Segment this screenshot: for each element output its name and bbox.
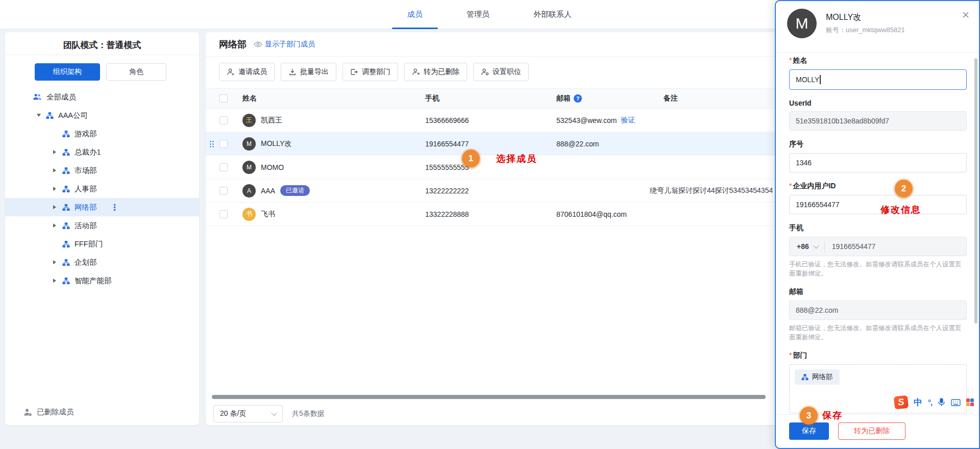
tab-members[interactable]: 成员 — [392, 0, 438, 29]
batch-export-button[interactable]: 批量导出 — [281, 63, 336, 81]
tree-item-label: 总裁办1 — [75, 147, 101, 157]
org-sidebar: 团队模式：普通模式 组织架构 角色 全部成员 AAA公司 游戏部 总裁办1 市场… — [5, 32, 199, 425]
tree-item-dept[interactable]: 企划部 — [5, 253, 199, 271]
caret-down-icon[interactable] — [37, 114, 46, 117]
department-tag[interactable]: 网络部 — [795, 369, 840, 385]
org-icon — [801, 373, 808, 381]
caret-right-icon[interactable] — [53, 187, 62, 191]
tab-admins[interactable]: 管理员 — [451, 0, 505, 29]
member-email: 532543@wew.com — [556, 116, 617, 124]
button-label: 转为已删除 — [424, 67, 459, 77]
tree-item-dept[interactable]: FFF部门 — [5, 235, 199, 253]
member-account: 账号：user_mktqww85821 — [826, 26, 905, 35]
member-name: AAA — [261, 187, 275, 195]
table-row[interactable]: MMOMO 15555555555 — [206, 156, 777, 179]
tab-external-contacts[interactable]: 外部联系人 — [518, 0, 587, 29]
tree-item-dept[interactable]: 人事部 — [5, 180, 199, 198]
adjust-department-button[interactable]: 调整部门 — [342, 63, 398, 81]
invite-member-button[interactable]: 邀请成员 — [219, 63, 275, 81]
move-to-deleted-button[interactable]: 转为已删除 — [404, 63, 467, 81]
org-icon — [62, 130, 70, 138]
member-name: MOLLY改 — [826, 12, 861, 23]
phone-label: 手机 — [789, 223, 967, 233]
seq-input[interactable]: 1346 — [789, 153, 967, 172]
caret-right-icon[interactable] — [53, 260, 62, 264]
show-sub-dept-label: 显示子部门成员 — [265, 40, 315, 49]
roles-button[interactable]: 角色 — [106, 63, 166, 81]
tab-label: 管理员 — [467, 10, 489, 19]
tree-item-dept[interactable]: 智能产能部 — [5, 271, 199, 290]
row-checkbox[interactable] — [219, 187, 228, 195]
total-count: 共5条数据 — [292, 409, 325, 418]
page-size-value: 20 条/页 — [220, 409, 246, 418]
tree-item-dept-network-selected[interactable]: 网络部 ⋮ — [5, 198, 199, 216]
table-row-selected[interactable]: MMOLLY改 19166554477 888@22.com — [206, 132, 777, 156]
row-checkbox[interactable] — [219, 116, 228, 124]
row-checkbox[interactable] — [219, 210, 228, 218]
table-row[interactable]: AAAA已邀请 13222222222 绕弯儿翁探讨探讨44探讨53453454… — [206, 179, 777, 203]
more-actions-icon[interactable]: ⋮ — [110, 202, 119, 213]
download-icon — [288, 68, 297, 76]
eye-icon — [254, 41, 262, 47]
help-icon[interactable]: ? — [574, 94, 582, 103]
tree-item-dept[interactable]: 市场部 — [5, 161, 199, 180]
vertical-scrollbar[interactable] — [974, 58, 977, 323]
row-checkbox[interactable] — [219, 163, 228, 171]
to-deleted-button[interactable]: 转为已删除 — [838, 422, 905, 440]
step-1-circle: 1 — [462, 149, 480, 167]
tree-item-dept[interactable]: 游戏部 — [5, 124, 199, 143]
org-structure-button[interactable]: 组织架构 — [35, 63, 100, 81]
field-name: 姓名 MOLLY — [789, 56, 967, 90]
member-phone: 13222222222 — [425, 179, 469, 202]
phone-input: 19166554477 — [825, 242, 876, 251]
name-input[interactable]: MOLLY — [789, 69, 967, 90]
caret-right-icon[interactable] — [53, 223, 62, 228]
avatar: 王 — [242, 114, 256, 127]
tree-item-dept[interactable]: 总裁办1 — [5, 143, 199, 161]
caret-right-icon[interactable] — [53, 279, 62, 283]
microphone-icon[interactable] — [938, 398, 945, 407]
save-button[interactable]: 保存 — [789, 422, 829, 440]
corp-id-input[interactable]: 19166554477 — [789, 195, 967, 214]
select-all-checkbox[interactable] — [219, 94, 228, 103]
caret-right-icon[interactable] — [53, 150, 62, 154]
tab-group: 成员 管理员 外部联系人 — [392, 0, 587, 29]
column-email: 邮箱 — [556, 94, 571, 103]
deleted-members-link[interactable]: 已删除成员 — [5, 407, 199, 417]
keyboard-icon[interactable] — [951, 399, 961, 406]
field-userid: UserId 51e3591810b13e8ad8b09fd7 — [789, 99, 967, 131]
org-icon — [62, 204, 70, 211]
horizontal-scrollbar[interactable] — [212, 395, 766, 399]
member-name: 飞书 — [261, 210, 275, 219]
org-icon — [62, 259, 70, 266]
button-label: 调整部门 — [362, 67, 390, 77]
row-checkbox[interactable] — [219, 140, 228, 148]
person-remove-icon — [412, 68, 420, 76]
drag-handle[interactable] — [209, 140, 214, 148]
email-input: 888@22.com — [789, 301, 967, 320]
mode-switch: 组织架构 角色 — [35, 63, 199, 81]
table-row[interactable]: 书飞书 13322228888 8706101804@qq.com — [206, 203, 777, 226]
country-code-select[interactable]: +86 — [790, 242, 824, 251]
table-row[interactable]: 王凯西王 15366669666 532543@wew.com验证 — [206, 109, 777, 132]
chinese-mode-icon[interactable]: 中 — [914, 396, 922, 408]
annotation-step-3-text: 保存 — [822, 409, 843, 421]
ime-toolbox-icon[interactable] — [966, 398, 974, 406]
show-sub-dept-toggle[interactable]: 显示子部门成员 — [254, 40, 315, 49]
page-size-select[interactable]: 20 条/页 — [213, 405, 283, 422]
caret-right-icon[interactable] — [53, 205, 62, 209]
member-remark: 绕弯儿翁探讨探讨44探讨534534543543 — [650, 179, 773, 202]
caret-right-icon[interactable] — [53, 168, 62, 172]
org-icon — [62, 222, 70, 230]
punctuation-icon[interactable]: °, — [928, 398, 932, 407]
org-icon — [62, 167, 70, 174]
tree-item-dept[interactable]: 活动部 — [5, 216, 199, 235]
close-icon[interactable]: ✕ — [962, 9, 970, 21]
tree-item-company[interactable]: AAA公司 — [5, 106, 199, 124]
verify-link[interactable]: 验证 — [621, 116, 635, 125]
sogou-logo-icon[interactable]: S — [894, 395, 909, 410]
ime-toolbar: S 中 °, — [894, 396, 974, 409]
set-position-button[interactable]: 设置职位 — [473, 63, 529, 81]
tree-item-all-members[interactable]: 全部成员 — [5, 88, 199, 106]
person-add-icon — [227, 68, 235, 76]
